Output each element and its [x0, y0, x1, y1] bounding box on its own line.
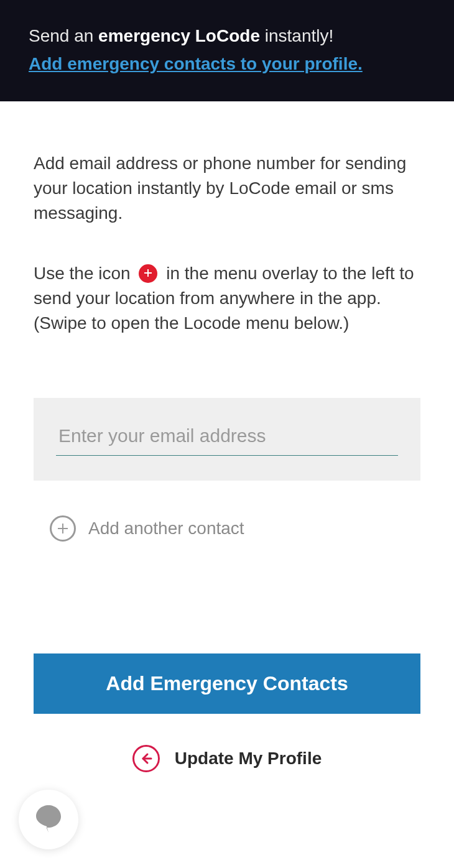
email-input[interactable] [56, 420, 398, 456]
update-profile-button[interactable]: Update My Profile [34, 745, 420, 791]
intro-2a: Use the icon [34, 264, 135, 283]
add-emergency-contacts-button[interactable]: Add Emergency Contacts [34, 653, 420, 714]
header-line-1: Send an emergency LoCode instantly! [29, 24, 425, 49]
intro-paragraph-1: Add email address or phone number for se… [34, 151, 420, 225]
header-banner: Send an emergency LoCode instantly! Add … [0, 0, 454, 101]
back-arrow-icon [132, 745, 160, 772]
add-another-label: Add another contact [88, 519, 244, 538]
header-text-2: instantly! [260, 26, 333, 45]
chat-fab-button[interactable] [19, 790, 78, 849]
chat-icon [32, 801, 65, 838]
header-text-1: Send an [29, 26, 98, 45]
main-content: Add email address or phone number for se… [0, 101, 454, 791]
add-contacts-link[interactable]: Add emergency contacts to your profile. [29, 52, 363, 77]
email-input-container [34, 398, 420, 481]
emergency-plus-icon [139, 264, 157, 283]
update-profile-label: Update My Profile [175, 749, 322, 769]
header-text-bold: emergency LoCode [98, 26, 260, 45]
plus-circle-icon [50, 515, 76, 542]
add-another-contact-button[interactable]: Add another contact [34, 515, 420, 542]
intro-paragraph-2: Use the icon in the menu overlay to the … [34, 261, 420, 335]
